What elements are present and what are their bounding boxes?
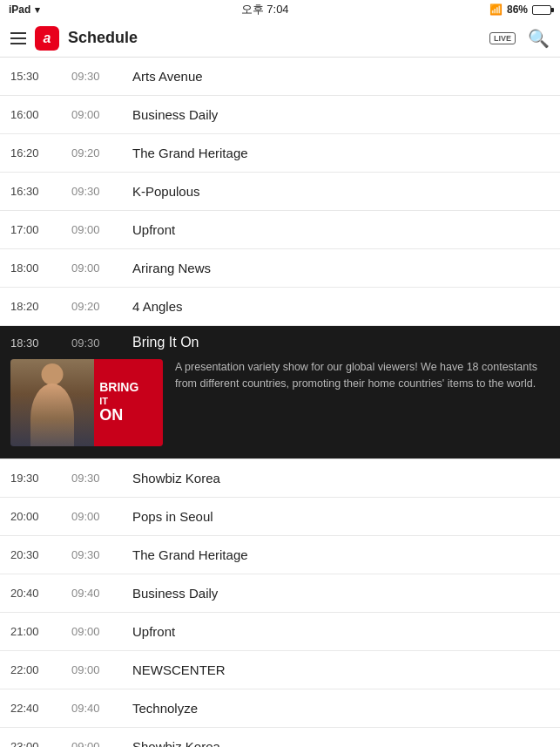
thumbnail-line1: BRING [99,381,138,394]
schedule-row[interactable]: 23:00 09:00 Showbiz Korea [0,728,560,747]
row-time: 18:00 [10,261,71,275]
row-title: Business Daily [132,586,550,601]
schedule-row-active[interactable]: 18:30 09:30 Bring It On BRING IT ON A pr… [0,326,560,459]
row-duration: 09:20 [71,300,132,313]
row-time: 20:00 [10,510,71,523]
row-duration: 09:00 [71,510,132,523]
row-duration: 09:30 [71,185,132,198]
schedule-row[interactable]: 16:00 09:00 Business Daily [0,96,560,134]
row-time: 17:00 [10,223,71,236]
hamburger-menu-button[interactable] [10,32,26,44]
schedule-table: 15:30 09:30 Arts Avenue 16:00 09:00 Busi… [0,58,560,747]
row-duration: 09:00 [71,663,132,676]
status-time: 오후 7:04 [241,2,289,17]
schedule-row[interactable]: 22:00 09:00 NEWSCENTER [0,651,560,689]
live-tv-button[interactable]: LIVE [489,32,516,44]
nav-left: a Schedule [10,26,138,51]
schedule-row[interactable]: 21:00 09:00 Upfront [0,613,560,651]
row-duration: 09:20 [71,146,132,160]
row-title: Business Daily [132,107,550,122]
nav-bar: a Schedule LIVE 🔍 [0,19,560,58]
row-title: NEWSCENTER [132,662,550,677]
row-time: 22:00 [10,663,71,676]
schedule-row[interactable]: 16:30 09:30 K-Populous [0,173,560,211]
row-duration: 09:00 [71,223,132,236]
row-time: 18:20 [10,300,71,313]
row-title: Upfront [132,222,550,237]
row-time: 16:00 [10,108,71,121]
row-title: Pops in Seoul [132,509,550,524]
schedule-row[interactable]: 20:30 09:30 The Grand Heritage [0,536,560,574]
battery-percent: 86% [507,3,528,16]
search-button[interactable]: 🔍 [528,28,550,49]
row-duration: 09:30 [71,548,132,561]
row-duration: 09:30 [71,70,132,83]
thumbnail-text-area: BRING IT ON [94,359,163,446]
row-title: 4 Angles [132,299,550,314]
row-time: 15:30 [10,70,71,83]
row-time: 23:00 [10,740,71,747]
row-time: 20:40 [10,587,71,600]
schedule-row[interactable]: 17:00 09:00 Upfront [0,211,560,249]
status-right: 📶 86% [489,3,551,16]
schedule-row[interactable]: 15:30 09:30 Arts Avenue [0,58,560,96]
row-time: 16:30 [10,185,71,198]
active-duration: 09:30 [71,336,132,350]
row-time: 20:30 [10,548,71,561]
bluetooth-icon: 📶 [489,3,503,16]
thumbnail-line2: IT [99,396,108,406]
row-title: The Grand Heritage [132,146,550,160]
row-title: Showbiz Korea [132,471,550,486]
row-title: Upfront [132,624,550,639]
row-title: The Grand Heritage [132,547,550,562]
row-title: Arts Avenue [132,69,550,84]
active-thumbnail: BRING IT ON [10,359,163,446]
row-time: 21:00 [10,625,71,638]
schedule-row[interactable]: 18:20 09:20 4 Angles [0,288,560,326]
row-duration: 09:40 [71,702,132,715]
status-left: iPad ▾ [9,3,40,16]
row-time: 22:40 [10,702,71,715]
schedule-row[interactable]: 20:40 09:40 Business Daily [0,574,560,613]
battery-icon [532,5,551,15]
row-duration: 09:00 [71,108,132,121]
row-title: Arirang News [132,261,550,275]
schedule-row[interactable]: 22:40 09:40 Technolyze [0,689,560,728]
active-title: Bring It On [132,335,550,350]
arirang-logo: a [35,26,59,51]
row-title: Showbiz Korea [132,739,550,747]
row-duration: 09:00 [71,740,132,747]
schedule-row[interactable]: 18:00 09:00 Arirang News [0,249,560,288]
schedule-row[interactable]: 20:00 09:00 Pops in Seoul [0,498,560,536]
row-title: K-Populous [132,184,550,199]
wifi-icon: ▾ [35,4,40,16]
thumbnail-person [10,359,94,446]
active-row-content: BRING IT ON A presentation variety show … [0,356,560,458]
schedule-row[interactable]: 19:30 09:30 Showbiz Korea [0,459,560,498]
row-time: 16:20 [10,146,71,160]
active-description: A presentation variety show for our glob… [175,359,550,446]
nav-title: Schedule [68,29,138,47]
thumbnail-line3: ON [99,407,123,424]
row-duration: 09:40 [71,587,132,600]
row-duration: 09:00 [71,625,132,638]
row-time: 19:30 [10,472,71,485]
active-row-header: 18:30 09:30 Bring It On [0,326,560,356]
row-duration: 09:30 [71,472,132,485]
nav-right: LIVE 🔍 [489,28,550,49]
device-label: iPad [9,3,30,16]
active-time: 18:30 [10,336,71,350]
status-bar: iPad ▾ 오후 7:04 📶 86% [0,0,560,19]
row-duration: 09:00 [71,261,132,275]
row-title: Technolyze [132,701,550,716]
schedule-row[interactable]: 16:20 09:20 The Grand Heritage [0,134,560,173]
